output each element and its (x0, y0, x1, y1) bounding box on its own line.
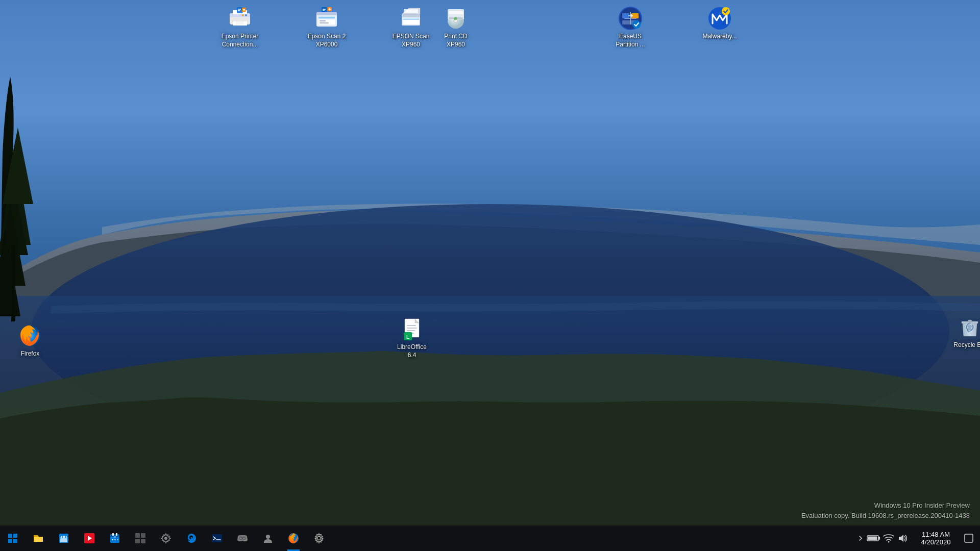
svg-rect-58 (968, 320, 972, 322)
svg-rect-89 (878, 537, 880, 540)
recycle-bin-label: Recycle Bin (953, 341, 980, 349)
taskbar-firefox[interactable] (281, 525, 306, 551)
clock-date: 4/20/2020 (921, 538, 951, 546)
svg-rect-24 (320, 22, 329, 23)
taskbar-settings-gear[interactable] (306, 525, 332, 551)
taskbar-settings-icon[interactable] (153, 525, 179, 551)
svg-rect-62 (13, 539, 17, 543)
epson-scan-xp960-label: EPSON Scan XP960 (393, 33, 430, 48)
svg-rect-51 (407, 325, 416, 326)
system-tray (851, 525, 914, 551)
svg-rect-72 (114, 539, 116, 540)
epson-printer-icon (228, 6, 252, 31)
desktop-icon-easeus[interactable]: EaseUS Partition ... (607, 4, 653, 51)
svg-rect-29 (402, 14, 420, 17)
taskbar-calendar-app[interactable]: 20 (102, 525, 128, 551)
network-icon[interactable] (881, 525, 896, 551)
svg-rect-23 (320, 20, 326, 21)
start-button[interactable] (0, 525, 26, 551)
svg-rect-26 (322, 7, 327, 12)
svg-point-14 (245, 14, 247, 16)
svg-rect-71 (112, 539, 113, 540)
svg-point-85 (266, 535, 270, 539)
svg-rect-80 (212, 534, 222, 542)
svg-point-84 (243, 538, 245, 539)
svg-rect-73 (117, 539, 118, 540)
svg-rect-70 (116, 533, 117, 536)
taskbar-mixed-reality[interactable] (230, 525, 255, 551)
epson-printer-label: Epson Printer Connection... (222, 33, 259, 48)
svg-rect-53 (407, 330, 415, 331)
desktop: Epson Printer Connection... (0, 0, 980, 551)
desktop-icon-epson-scan2[interactable]: Epson Scan 2 XP6000 (304, 4, 350, 51)
svg-rect-25 (318, 17, 335, 18)
taskbar-people[interactable] (255, 525, 281, 551)
easeus-icon (618, 6, 643, 31)
svg-point-87 (317, 537, 321, 540)
svg-rect-64 (60, 538, 67, 542)
svg-rect-20 (316, 12, 337, 15)
svg-rect-90 (868, 537, 877, 540)
svg-rect-13 (236, 21, 244, 24)
desktop-icon-firefox[interactable]: Firefox (7, 321, 53, 360)
print-cd-icon (444, 6, 468, 31)
svg-text:L: L (406, 334, 409, 340)
svg-rect-39 (449, 11, 463, 14)
svg-rect-78 (141, 539, 145, 543)
svg-rect-77 (135, 539, 140, 543)
taskbar-right: 11:48 AM 4/20/2020 (851, 525, 980, 551)
desktop-icon-recycle-bin[interactable]: Recycle Bin (947, 313, 980, 352)
svg-point-83 (240, 538, 242, 539)
easeus-label: EaseUS Partition ... (616, 33, 645, 48)
clock-time: 11:48 AM (922, 531, 950, 538)
show-hidden-icons[interactable] (855, 525, 866, 551)
recycle-bin-icon (958, 315, 980, 339)
epson-scan-xp960-icon (399, 6, 423, 31)
svg-rect-32 (404, 9, 418, 13)
taskbar: 20 (0, 525, 980, 551)
notification-button[interactable] (958, 525, 980, 551)
svg-rect-60 (13, 534, 17, 538)
libreoffice-label: LibreOffice 6.4 (397, 343, 427, 359)
battery-icon[interactable] (866, 525, 881, 551)
taskbar-edge[interactable] (179, 525, 204, 551)
taskbar-file-explorer[interactable] (26, 525, 51, 551)
print-cd-label: Print CD XP960 (444, 33, 467, 48)
taskbar-task-view[interactable] (128, 525, 153, 551)
malwarebytes-icon (707, 6, 732, 31)
svg-rect-75 (135, 533, 140, 538)
desktop-icon-epson-printer[interactable]: Epson Printer Connection... (217, 4, 263, 51)
clock[interactable]: 11:48 AM 4/20/2020 (914, 525, 958, 551)
svg-rect-61 (8, 539, 12, 543)
svg-point-46 (632, 20, 641, 29)
svg-point-91 (888, 541, 890, 543)
volume-icon[interactable] (896, 525, 910, 551)
desktop-icon-libreoffice[interactable]: L LibreOffice 6.4 (389, 315, 435, 361)
libreoffice-icon: L (400, 317, 424, 341)
firefox-icon (18, 323, 42, 348)
taskbar-media[interactable] (77, 525, 102, 551)
desktop-icons: Epson Printer Connection... (0, 0, 980, 525)
desktop-icon-print-cd[interactable]: Print CD XP960 (433, 4, 479, 51)
svg-point-15 (242, 14, 244, 16)
svg-rect-76 (141, 533, 145, 538)
svg-rect-59 (8, 534, 12, 538)
desktop-icon-epson-scan-xp960[interactable]: EPSON Scan XP960 (388, 4, 434, 51)
desktop-icon-malwarebytes[interactable]: Malwareby... (697, 4, 743, 43)
taskbar-store[interactable] (51, 525, 77, 551)
svg-rect-33 (403, 19, 419, 20)
firefox-desktop-label: Firefox (21, 350, 40, 358)
svg-rect-52 (407, 328, 417, 329)
svg-text:20: 20 (114, 536, 116, 538)
epson-scan2-label: Epson Scan 2 XP6000 (308, 33, 346, 48)
taskbar-terminal[interactable] (204, 525, 230, 551)
svg-rect-92 (965, 534, 973, 542)
svg-point-48 (722, 7, 730, 15)
malwarebytes-label: Malwareby... (702, 33, 737, 41)
svg-point-79 (164, 537, 167, 540)
svg-rect-43 (622, 13, 629, 18)
epson-scan2-icon (314, 6, 339, 31)
